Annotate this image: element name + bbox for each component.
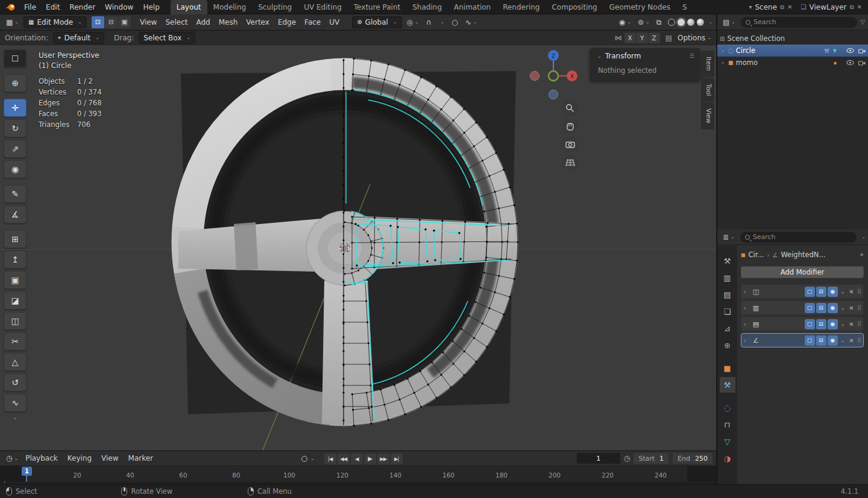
timeline-menu-marker[interactable]: Marker xyxy=(124,454,158,462)
snapping-dropdown[interactable]: ⌄ xyxy=(436,16,447,28)
tool-poly-build[interactable]: △ xyxy=(4,353,27,371)
menu-help[interactable]: Help xyxy=(138,3,164,11)
timeline-ruler[interactable]: 1 20406080100120140160180200220240 xyxy=(0,466,716,482)
timeline-menu-view[interactable]: View xyxy=(96,454,123,462)
breadcrumb-modifier[interactable]: WeightedN... xyxy=(781,251,825,259)
sidebar-tab-view[interactable]: View xyxy=(701,102,714,129)
menu-edit[interactable]: Edit xyxy=(41,3,64,11)
transport-jump-start[interactable]: |◀ xyxy=(324,453,336,464)
display-render-toggle[interactable]: ◉ xyxy=(828,287,838,297)
vp-menu-vertex[interactable]: Vertex xyxy=(242,18,274,26)
mode-dropdown[interactable]: ▦ Edit Mode⌄ xyxy=(24,16,87,28)
tool-extrude-region[interactable]: ↥ xyxy=(4,251,27,269)
modifier-extras-dropdown[interactable]: ⌄ xyxy=(840,305,846,311)
disable-render-camera-icon[interactable] xyxy=(858,60,866,66)
tool-select-box[interactable]: ☐ xyxy=(4,49,27,67)
menu-window[interactable]: Window xyxy=(100,3,138,11)
workspace-tab-animation[interactable]: Animation xyxy=(448,0,497,14)
breadcrumb-object[interactable]: Cir... xyxy=(749,251,764,259)
workspace-tab-layout[interactable]: Layout xyxy=(171,0,207,14)
vp-menu-face[interactable]: Face xyxy=(300,18,325,26)
outliner-search-input[interactable]: Search xyxy=(741,17,857,28)
timeline-menu-keying[interactable]: Keying xyxy=(63,454,96,462)
transport-play[interactable]: ▶ xyxy=(364,453,376,464)
timeline-menu-playback[interactable]: Playback xyxy=(20,454,63,462)
display-render-toggle[interactable]: ◉ xyxy=(828,319,838,329)
properties-tab-output[interactable]: ▤ xyxy=(720,287,735,302)
blender-logo-icon[interactable] xyxy=(5,3,16,11)
vp-menu-uv[interactable]: UV xyxy=(325,18,344,26)
workspace-tab-texture-paint[interactable]: Texture Paint xyxy=(348,0,406,14)
modifier-row[interactable]: › ∠ ▢⊟◉ ⌄ ✕ ⠿ xyxy=(741,333,864,347)
viewport-canvas[interactable]: Z X xyxy=(0,45,716,450)
shading-material-button[interactable] xyxy=(687,19,694,26)
playhead[interactable]: 1 xyxy=(22,467,32,476)
tool-measure[interactable]: ∡ xyxy=(4,205,27,223)
face-select-mode-button[interactable]: ▣ xyxy=(118,16,131,28)
delete-modifier-icon[interactable]: ✕ xyxy=(848,337,855,344)
vp-menu-select[interactable]: Select xyxy=(161,18,192,26)
toolbar-more-icon[interactable]: ⌄ xyxy=(4,414,27,420)
orientation-default-dropdown[interactable]: ⌖ Default⌄ xyxy=(53,32,104,44)
modifier-extras-dropdown[interactable]: ⌄ xyxy=(840,289,846,294)
pan-button[interactable] xyxy=(562,119,578,134)
drag-dropdown[interactable]: Select Box⌄ xyxy=(139,32,195,44)
properties-tab-render[interactable]: ▥ xyxy=(720,270,735,285)
outliner-row-momo[interactable]: › ■ momo ▪ xyxy=(717,57,868,69)
workspace-tab-uv-editing[interactable]: UV Editing xyxy=(298,0,348,14)
workspace-tab-sculpting[interactable]: Sculpting xyxy=(252,0,298,14)
shading-wireframe-button[interactable] xyxy=(668,19,675,26)
add-viewlayer-icon[interactable]: ⧉ xyxy=(849,4,854,11)
display-render-toggle[interactable]: ◉ xyxy=(828,335,838,346)
overlays-dropdown[interactable]: ⊚⌄ xyxy=(635,16,652,28)
modifier-extras-dropdown[interactable]: ⌄ xyxy=(840,338,846,343)
options-dropdown[interactable]: Options⌄ xyxy=(678,34,711,42)
transport-jump-end[interactable]: ▶| xyxy=(391,453,403,464)
menu-file[interactable]: File xyxy=(19,3,41,11)
vp-menu-edge[interactable]: Edge xyxy=(274,18,300,26)
filter-icon[interactable]: ▽ xyxy=(860,19,865,25)
properties-editor-icon[interactable]: ≣⌄ xyxy=(720,231,737,243)
transport-next-keyframe[interactable]: ▶▶ xyxy=(377,453,389,464)
timeline-editor-icon[interactable]: ◷⌄ xyxy=(4,452,20,464)
modifier-row[interactable]: › ▤ ▢⊟◉ ⌄ ✕ ⠿ xyxy=(741,317,864,331)
properties-tab-object[interactable]: ■ xyxy=(720,360,735,376)
vp-menu-view[interactable]: View xyxy=(136,18,161,26)
drag-handle[interactable]: ⠿ xyxy=(857,288,861,295)
hide-eye-icon[interactable] xyxy=(846,60,854,66)
remove-viewlayer-icon[interactable]: ✕ xyxy=(857,4,862,10)
display-realtime-toggle[interactable]: ⊟ xyxy=(816,287,826,297)
display-editmode-toggle[interactable]: ▢ xyxy=(805,303,815,313)
display-realtime-toggle[interactable]: ⊟ xyxy=(816,335,826,346)
properties-search-input[interactable]: Search xyxy=(740,232,857,243)
workspace-tab-shading[interactable]: Shading xyxy=(406,0,448,14)
sidebar-tab-item[interactable]: Item xyxy=(701,51,714,77)
display-editmode-toggle[interactable]: ▢ xyxy=(805,335,815,346)
workspace-tab-geometry-nodes[interactable]: Geometry Nodes xyxy=(603,0,676,14)
properties-tab-object-data[interactable]: ▽ xyxy=(720,434,735,449)
hide-eye-icon[interactable] xyxy=(846,48,854,54)
unlink-scene-icon[interactable]: ✕ xyxy=(787,4,792,10)
tool-inset-faces[interactable]: ▣ xyxy=(4,271,27,289)
drag-handle[interactable]: ⠿ xyxy=(857,337,861,344)
tool-annotate[interactable]: ✎ xyxy=(4,185,27,203)
gizmo-z-neg[interactable] xyxy=(549,90,558,99)
modifier-extras-dropdown[interactable]: ⌄ xyxy=(840,322,846,327)
drag-handle[interactable]: ⠿ xyxy=(857,321,861,328)
proportional-editing-toggle[interactable]: ○ xyxy=(449,16,460,28)
tool-loop-cut[interactable]: ◫ xyxy=(4,312,27,330)
display-realtime-toggle[interactable]: ⊟ xyxy=(816,303,826,313)
properties-tab-physics[interactable]: ◌ xyxy=(720,400,735,416)
panel-options-icon[interactable]: ☰ xyxy=(690,53,694,59)
modifier-row[interactable]: › ◫ ▢⊟◉ ⌄ ✕ ⠿ xyxy=(741,284,864,299)
outliner-row-circle[interactable]: › ◌ Circle ⚒ ▼ xyxy=(717,45,868,57)
workspace-tab-compositing[interactable]: Compositing xyxy=(546,0,603,14)
gizmo-y-axis[interactable] xyxy=(549,71,558,81)
expand-modifier-icon[interactable]: › xyxy=(744,288,750,295)
properties-tab-view-layer[interactable]: ❏ xyxy=(720,303,735,319)
camera-view-button[interactable] xyxy=(562,137,578,152)
vp-menu-mesh[interactable]: Mesh xyxy=(215,18,242,26)
expand-modifier-icon[interactable]: › xyxy=(744,321,750,328)
mirror-axis-x[interactable]: X xyxy=(624,33,636,43)
display-editmode-toggle[interactable]: ▢ xyxy=(805,319,815,329)
